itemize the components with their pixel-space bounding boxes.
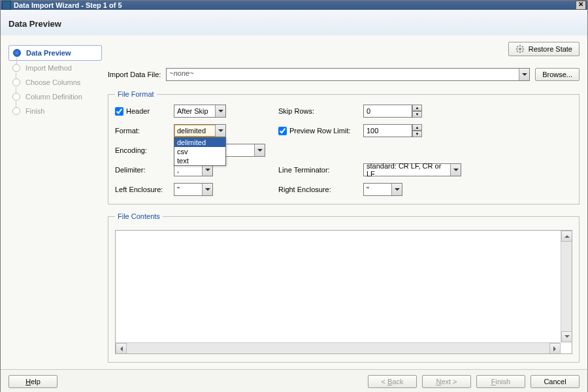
- restore-state-button[interactable]: Restore State: [508, 42, 580, 56]
- left-enclosure-value: ": [177, 186, 180, 193]
- svg-rect-4: [522, 48, 524, 50]
- line-terminator-value: standard: CR LF, CR or LF: [367, 162, 449, 178]
- vertical-scrollbar[interactable]: [561, 231, 572, 342]
- import-file-row: Import Data File: ~none~ Browse...: [108, 68, 580, 81]
- body: Data Preview Import Method Choose Column…: [1, 35, 587, 369]
- file-format-grid: Header After Skip Skip Rows: ▲ ▼: [115, 105, 572, 196]
- chevron-down-icon[interactable]: [450, 164, 461, 176]
- step-label: Column Definition: [25, 93, 82, 101]
- header: Data Preview: [1, 10, 587, 35]
- preview-limit-spin-buttons: ▲ ▼: [412, 124, 422, 137]
- step-data-preview[interactable]: Data Preview: [8, 45, 102, 61]
- header-mode-select[interactable]: After Skip: [174, 105, 226, 118]
- spin-up-button[interactable]: ▲: [412, 124, 422, 131]
- app-icon: [2, 1, 11, 10]
- format-value: delimited: [177, 127, 206, 135]
- main-panel: Restore State Import Data File: ~none~ B…: [105, 35, 587, 369]
- scroll-down-button[interactable]: [561, 331, 572, 342]
- scroll-left-button[interactable]: [116, 343, 127, 354]
- file-format-fieldset: File Format Header After Skip Skip Rows:: [108, 90, 580, 204]
- scroll-right-button[interactable]: [549, 343, 561, 354]
- file-contents-fieldset: File Contents: [108, 212, 580, 363]
- import-file-value: ~none~: [169, 69, 193, 77]
- format-label: Format:: [115, 127, 167, 135]
- preview-limit-checkbox[interactable]: [278, 127, 287, 135]
- browse-button[interactable]: Browse...: [535, 68, 580, 81]
- gear-icon: [515, 44, 525, 54]
- preview-limit-label: Preview Row Limit:: [289, 127, 351, 135]
- step-label: Data Preview: [26, 49, 71, 57]
- scroll-up-button[interactable]: [561, 231, 572, 242]
- step-label: Finish: [25, 107, 44, 115]
- skip-rows-spinner: ▲ ▼: [363, 105, 468, 118]
- format-dropdown: delimited csv text: [174, 137, 226, 166]
- chevron-down-icon[interactable]: [215, 105, 225, 117]
- svg-rect-3: [516, 48, 518, 50]
- svg-rect-5: [516, 46, 518, 48]
- restore-state-label: Restore State: [529, 45, 572, 53]
- header-label: Header: [126, 107, 150, 115]
- header-mode-value: After Skip: [177, 107, 208, 115]
- left-enclosure-label: Left Enclosure:: [115, 186, 167, 193]
- back-button[interactable]: < Back: [368, 375, 417, 388]
- preview-limit-spinner: ▲ ▼: [363, 124, 468, 137]
- step-column-definition[interactable]: Column Definition: [8, 90, 102, 104]
- chevron-down-icon[interactable]: [202, 184, 212, 195]
- next-button[interactable]: Next >: [422, 375, 471, 388]
- preview-limit-checkbox-wrap: Preview Row Limit:: [278, 127, 357, 135]
- chevron-down-icon[interactable]: [391, 184, 402, 195]
- spin-down-button[interactable]: ▼: [412, 111, 422, 118]
- right-enclosure-label: Right Enclosure:: [278, 186, 357, 193]
- spin-down-button[interactable]: ▼: [412, 131, 422, 137]
- page-title: Data Preview: [8, 19, 580, 29]
- wizard-window: Data Import Wizard - Step 1 of 5 ✕ Data …: [0, 0, 588, 392]
- help-label: elp: [31, 378, 41, 385]
- step-choose-columns[interactable]: Choose Columns: [8, 75, 102, 90]
- step-list: Data Preview Import Method Choose Column…: [8, 45, 102, 118]
- right-enclosure-select[interactable]: ": [363, 183, 402, 196]
- format-select[interactable]: delimited: [174, 124, 226, 137]
- chevron-down-icon[interactable]: [254, 144, 265, 156]
- wizard-steps-sidebar: Data Preview Import Method Choose Column…: [1, 35, 105, 369]
- svg-rect-8: [521, 50, 523, 52]
- footer: Help < Back Next > Finish Cancel: [1, 369, 587, 392]
- titlebar: Data Import Wizard - Step 1 of 5 ✕: [1, 1, 587, 10]
- skip-rows-label: Skip Rows:: [278, 107, 357, 115]
- import-file-combo[interactable]: ~none~: [166, 68, 530, 81]
- cancel-button[interactable]: Cancel: [531, 375, 580, 388]
- close-button[interactable]: ✕: [576, 1, 586, 10]
- preview-limit-input[interactable]: [363, 124, 412, 137]
- svg-point-0: [519, 48, 521, 50]
- format-option-csv[interactable]: csv: [174, 147, 225, 156]
- step-finish[interactable]: Finish: [8, 104, 102, 118]
- horizontal-scrollbar[interactable]: [116, 342, 561, 353]
- header-checkbox-wrap: Header: [115, 107, 167, 116]
- format-option-text[interactable]: text: [174, 156, 225, 165]
- chevron-down-icon[interactable]: [519, 69, 529, 80]
- window-title: Data Import Wizard - Step 1 of 5: [14, 1, 576, 9]
- header-checkbox[interactable]: [115, 107, 123, 116]
- help-button[interactable]: Help: [8, 375, 57, 388]
- line-terminator-select[interactable]: standard: CR LF, CR or LF: [363, 163, 461, 176]
- step-label: Import Method: [25, 64, 72, 72]
- import-file-label: Import Data File:: [108, 71, 161, 78]
- skip-rows-spin-buttons: ▲ ▼: [412, 105, 422, 118]
- finish-button[interactable]: Finish: [476, 375, 525, 388]
- left-enclosure-select[interactable]: ": [174, 183, 213, 196]
- delimiter-label: Delimiter:: [115, 166, 167, 174]
- right-enclosure-value: ": [367, 186, 369, 193]
- encoding-label: Encoding:: [115, 146, 167, 154]
- format-select-wrapper: delimited delimited csv text: [174, 124, 226, 137]
- file-contents-area: [115, 230, 572, 354]
- chevron-down-icon[interactable]: [215, 125, 225, 137]
- file-contents-legend: File Contents: [115, 212, 163, 220]
- line-terminator-label: Line Terminator:: [278, 166, 357, 174]
- file-format-legend: File Format: [115, 90, 157, 98]
- format-option-delimited[interactable]: delimited: [174, 138, 225, 147]
- spin-up-button[interactable]: ▲: [412, 105, 422, 111]
- svg-rect-1: [519, 45, 521, 47]
- step-import-method[interactable]: Import Method: [8, 61, 102, 75]
- svg-rect-2: [519, 52, 521, 54]
- step-label: Choose Columns: [25, 78, 80, 86]
- skip-rows-input[interactable]: [363, 105, 412, 118]
